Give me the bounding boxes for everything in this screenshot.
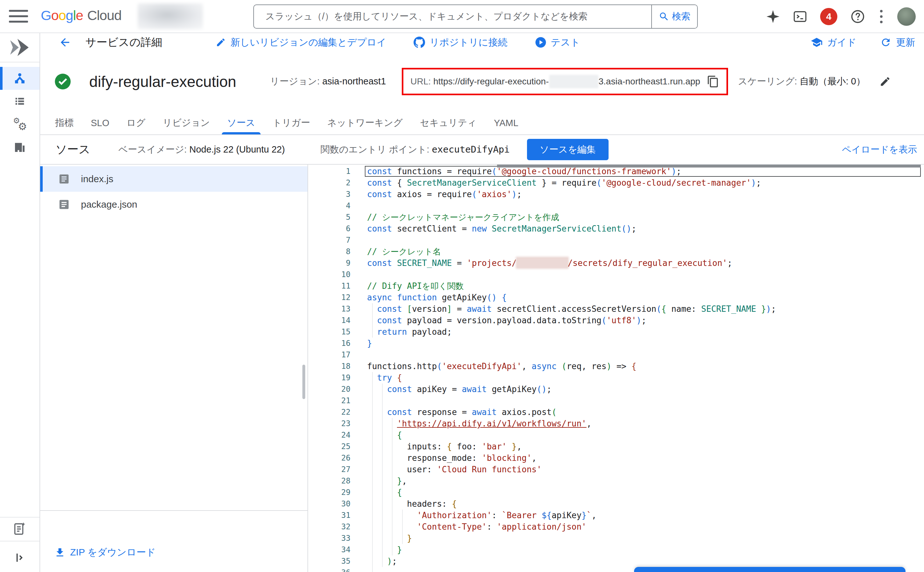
- code-line-5[interactable]: 5// シークレットマネージャークライアントを作成: [309, 211, 924, 223]
- code-line-23[interactable]: 23 'https://api.dify.ai/v1/workflows/run…: [309, 418, 924, 429]
- project-selector[interactable]: [138, 3, 203, 29]
- code-line-9[interactable]: 9const SECRET_NAME = 'projects//secrets/…: [309, 257, 924, 269]
- code-line-22[interactable]: 22 const response = await axios.post(: [309, 406, 924, 418]
- file-index.js[interactable]: index.js: [40, 166, 308, 192]
- code-line-2[interactable]: 2const { SecretManagerServiceClient } = …: [309, 177, 924, 188]
- logo-letter: o: [51, 8, 58, 23]
- connect-repository-button[interactable]: リポジトリに接続: [414, 36, 507, 49]
- code-token: foo:: [452, 442, 482, 451]
- code-line-24[interactable]: 24 {: [309, 429, 924, 441]
- scrollbar-handle[interactable]: [302, 365, 305, 399]
- code-text: 'Authorization': `Bearer ${apiKey}`,: [367, 510, 924, 521]
- code-line-14[interactable]: 14 const payload = version.payload.data.…: [309, 315, 924, 326]
- refresh-button[interactable]: 更新: [880, 36, 915, 49]
- tab-SLO[interactable]: SLO: [82, 112, 118, 134]
- code-line-7[interactable]: 7: [309, 235, 924, 246]
- code-line-10[interactable]: 10: [309, 269, 924, 280]
- code-line-15[interactable]: 15 return payload;: [309, 326, 924, 337]
- code-text: const SECRET_NAME = 'projects//secrets/d…: [367, 257, 924, 269]
- indent-guide: [372, 487, 373, 498]
- google-cloud-logo[interactable]: Google Cloud: [41, 8, 121, 23]
- search-button[interactable]: 検索: [651, 5, 697, 28]
- code-line-13[interactable]: 13 const [version] = await secretClient.…: [309, 303, 924, 315]
- code-token: ): [751, 178, 756, 188]
- code-line-35[interactable]: 35 );: [309, 555, 924, 567]
- logo-letter: l: [73, 8, 76, 23]
- code-line-4[interactable]: 4: [309, 200, 924, 211]
- help-icon[interactable]: [850, 9, 865, 24]
- tab-ネットワーキング[interactable]: ネットワーキング: [319, 112, 411, 134]
- file-package.json[interactable]: package.json: [40, 192, 308, 217]
- tab-ソース[interactable]: ソース: [219, 112, 264, 134]
- code-line-27[interactable]: 27 user: 'Cloud Run functions': [309, 464, 924, 475]
- code-line-28[interactable]: 28 },: [309, 475, 924, 487]
- cloud-shell-icon[interactable]: [793, 9, 807, 24]
- code-token: 'bar': [482, 442, 507, 451]
- tab-YAML[interactable]: YAML: [485, 112, 527, 134]
- base-image: ベースイメージ: Node.js 22 (Ubuntu 22): [118, 143, 285, 156]
- code-line-34[interactable]: 34 }: [309, 544, 924, 555]
- code-line-8[interactable]: 8// シークレット名: [309, 246, 924, 257]
- code-line-6[interactable]: 6const secretClient = new SecretManagerS…: [309, 223, 924, 235]
- test-button[interactable]: テスト: [535, 36, 580, 49]
- code-line-3[interactable]: 3const axios = require('axios');: [309, 188, 924, 200]
- code-token: [: [407, 304, 412, 314]
- avatar[interactable]: [897, 7, 916, 26]
- more-options-icon[interactable]: [878, 10, 885, 23]
- code-line-19[interactable]: 19 try {: [309, 372, 924, 384]
- code-text: functions.http('executeDifyApi', async (…: [367, 361, 924, 372]
- code-token: }: [407, 533, 412, 543]
- code-line-33[interactable]: 33 }: [309, 533, 924, 544]
- code-token: }: [367, 339, 372, 348]
- tab-リビジョン[interactable]: リビジョン: [154, 112, 218, 134]
- code-line-25[interactable]: 25 inputs: { foo: 'bar' },: [309, 441, 924, 452]
- copy-url-icon[interactable]: [707, 75, 719, 88]
- rail-item-revisions-list[interactable]: [0, 90, 39, 113]
- gemini-sparkle-icon[interactable]: [766, 9, 780, 23]
- code-token: ]: [447, 304, 452, 314]
- code-line-21[interactable]: 21: [309, 395, 924, 406]
- code-line-31[interactable]: 31 'Authorization': `Bearer ${apiKey}`,: [309, 510, 924, 521]
- scaling-value: 自動（最小: 0）: [800, 75, 865, 88]
- edit-source-button[interactable]: ソースを編集: [527, 139, 608, 160]
- rail-item-organization[interactable]: [0, 136, 39, 159]
- code-line-12[interactable]: 12async function getApiKey() {: [309, 292, 924, 303]
- search-input[interactable]: スラッシュ（/）を使用してリソース、ドキュメント、プロダクトなどを検索: [254, 5, 651, 28]
- tab-セキュリティ[interactable]: セキュリティ: [411, 112, 485, 134]
- tab-指標[interactable]: 指標: [47, 112, 82, 134]
- indent-guide: [402, 510, 403, 521]
- code-line-32[interactable]: 32 'Content-Type': 'application/json': [309, 521, 924, 533]
- code-line-20[interactable]: 20 const apiKey = await getApiKey();: [309, 384, 924, 395]
- line-number: 6: [309, 223, 350, 235]
- code-token: const: [387, 407, 412, 417]
- notifications-badge[interactable]: 4: [820, 8, 837, 25]
- code-top-scrollbar[interactable]: [497, 165, 921, 168]
- line-number: 5: [309, 211, 350, 223]
- download-zip-link[interactable]: ZIP をダウンロード: [54, 546, 156, 559]
- line-number: 28: [309, 475, 350, 487]
- code-line-29[interactable]: 29 {: [309, 487, 924, 498]
- show-payload-link[interactable]: ペイロードを表示: [842, 143, 917, 156]
- code-line-30[interactable]: 30 headers: {: [309, 498, 924, 510]
- guide-button[interactable]: ガイド: [810, 36, 856, 49]
- edit-scaling-icon[interactable]: [879, 76, 891, 87]
- release-notes-icon[interactable]: [0, 521, 39, 536]
- cloud-run-logo[interactable]: [0, 33, 39, 62]
- code-token: axios = require: [392, 190, 471, 199]
- code-line-17[interactable]: 17: [309, 349, 924, 361]
- guide-label: ガイド: [827, 36, 856, 49]
- expand-panel-icon[interactable]: [0, 551, 39, 565]
- edit-deploy-revision-button[interactable]: 新しいリビジョンの編集とデプロイ: [216, 36, 386, 49]
- rail-item-settings[interactable]: ⚙︎⚙︎: [0, 113, 39, 136]
- code-line-26[interactable]: 26 response_mode: 'blocking',: [309, 452, 924, 464]
- hamburger-menu-icon[interactable]: [9, 10, 28, 23]
- tab-トリガー[interactable]: トリガー: [264, 112, 319, 134]
- back-arrow-icon[interactable]: [59, 36, 72, 49]
- code-token: SecretManagerServiceClient: [407, 178, 537, 188]
- rail-item-service[interactable]: [0, 67, 39, 90]
- code-token: [507, 442, 512, 451]
- code-line-11[interactable]: 11// Dify APIを叩く関数: [309, 280, 924, 292]
- code-line-16[interactable]: 16}: [309, 337, 924, 349]
- tab-ログ[interactable]: ログ: [118, 112, 154, 134]
- code-line-18[interactable]: 18functions.http('executeDifyApi', async…: [309, 361, 924, 372]
